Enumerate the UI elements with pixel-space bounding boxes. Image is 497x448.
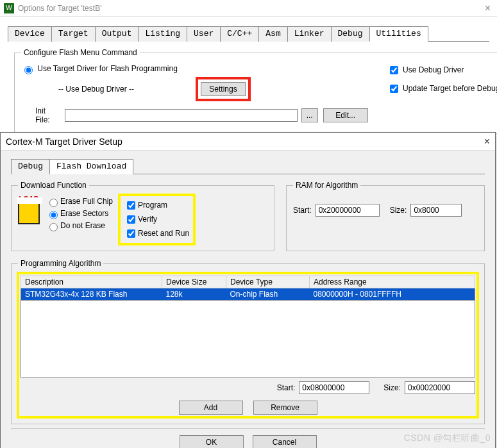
download-function-legend: Download Function [18, 181, 89, 190]
algorithm-empty-area [21, 301, 475, 377]
ram-size-label: Size: [390, 206, 407, 215]
options-panel: Configure Flash Menu Command Use Target … [0, 42, 497, 140]
th-device-type[interactable]: Device Type [226, 276, 310, 288]
ok-button[interactable]: OK [180, 435, 244, 448]
cell-size: 128k [162, 288, 226, 301]
chk-reset-run-label: Reset and Run [138, 229, 189, 238]
chk-update-target[interactable] [390, 85, 398, 93]
app-icon: W [4, 3, 14, 13]
tab-debug2[interactable]: Debug [11, 159, 50, 174]
tab-target[interactable]: Target [51, 26, 96, 42]
algo-size-input[interactable] [405, 381, 475, 394]
download-function-group: Download Function LOAD Erase Full Chip E… [11, 181, 274, 251]
table-row[interactable]: STM32G43x-4x 128 KB Flash 128k On-chip F… [21, 288, 475, 301]
dialog-button-bar: OK Cancel [11, 428, 485, 448]
tab-device[interactable]: Device [8, 26, 52, 42]
driver-setup-dialog: Cortex-M Target Driver Setup × Debug Fla… [0, 132, 496, 448]
flash-menu-legend: Configure Flash Menu Command [21, 48, 140, 57]
radio-use-target-driver-label: Use Target Driver for Flash Programming [37, 64, 178, 73]
options-tabstrip: Device Target Output Listing User C/C++ … [8, 26, 489, 42]
browse-button[interactable]: ... [301, 108, 318, 122]
tab-ccpp[interactable]: C/C++ [220, 26, 259, 42]
tab-output[interactable]: Output [95, 26, 139, 42]
th-addr-range[interactable]: Address Range [310, 276, 475, 288]
radio-erase-sectors[interactable] [49, 211, 58, 219]
edit-button[interactable]: Edit... [323, 108, 368, 122]
flash-menu-group: Configure Flash Menu Command Use Target … [14, 48, 497, 134]
driver-setup-titlebar: Cortex-M Target Driver Setup × [1, 133, 495, 151]
algorithm-group: Programming Algorithm Description Device… [11, 259, 485, 424]
remove-button[interactable]: Remove [253, 401, 317, 415]
cancel-button[interactable]: Cancel [253, 435, 317, 448]
window-title: Options for Target 'testB' [18, 4, 101, 13]
ram-group: RAM for Algorithm Start: Size: [286, 181, 485, 251]
tab-linker[interactable]: Linker [287, 26, 332, 42]
driver-setup-title: Cortex-M Target Driver Setup [6, 137, 122, 147]
algorithm-legend: Programming Algorithm [18, 259, 103, 268]
tab-listing[interactable]: Listing [138, 26, 187, 42]
driver-setup-close-icon[interactable]: × [484, 136, 490, 147]
tab-asm[interactable]: Asm [258, 26, 287, 42]
th-description[interactable]: Description [21, 276, 162, 288]
load-icon [18, 203, 40, 224]
driver-tabstrip: Debug Flash Download [11, 158, 485, 174]
algo-size-label: Size: [383, 383, 401, 392]
options-titlebar: W Options for Target 'testB' × [0, 0, 497, 17]
radio-erase-full-label: Erase Full Chip [60, 197, 113, 206]
radio-erase-full[interactable] [49, 199, 58, 207]
chk-verify-label: Verify [138, 215, 157, 224]
radio-use-target-driver[interactable] [24, 66, 33, 74]
chk-program[interactable] [127, 201, 135, 210]
ram-start-input[interactable] [316, 204, 380, 217]
chk-use-debug-driver[interactable] [390, 66, 398, 74]
chk-use-debug-driver-label: Use Debug Driver [403, 65, 464, 74]
chk-update-target-label: Update Target before Debugging [403, 84, 497, 93]
algorithm-table[interactable]: Description Device Size Device Type Addr… [21, 276, 475, 301]
radio-erase-sectors-label: Erase Sectors [60, 209, 108, 218]
chk-reset-run[interactable] [127, 229, 135, 238]
tab-debug[interactable]: Debug [331, 26, 370, 42]
radio-do-not-erase[interactable] [49, 223, 58, 231]
ram-size-input[interactable] [410, 204, 462, 217]
ram-legend: RAM for Algorithm [293, 181, 360, 190]
th-device-size[interactable]: Device Size [162, 276, 226, 288]
tab-user[interactable]: User [187, 26, 221, 42]
cell-type: On-chip Flash [226, 288, 310, 301]
init-file-label: Init File: [35, 106, 61, 124]
algo-start-label: Start: [277, 383, 296, 392]
cell-range: 08000000H - 0801FFFFH [310, 288, 475, 301]
cell-desc: STM32G43x-4x 128 KB Flash [21, 288, 162, 301]
tab-utilities[interactable]: Utilities [369, 26, 428, 42]
chk-program-label: Program [138, 201, 167, 210]
ram-start-label: Start: [293, 206, 312, 215]
settings-button[interactable]: Settings [201, 82, 246, 96]
use-debug-driver-display: -- Use Debug Driver -- [58, 85, 134, 94]
radio-do-not-erase-label: Do not Erase [60, 221, 105, 230]
close-icon[interactable]: × [485, 3, 491, 14]
add-button[interactable]: Add [179, 401, 243, 415]
algo-start-input[interactable] [299, 381, 369, 394]
init-file-input[interactable] [65, 109, 298, 122]
tab-flash-download[interactable]: Flash Download [49, 159, 133, 174]
chk-verify[interactable] [127, 215, 135, 224]
